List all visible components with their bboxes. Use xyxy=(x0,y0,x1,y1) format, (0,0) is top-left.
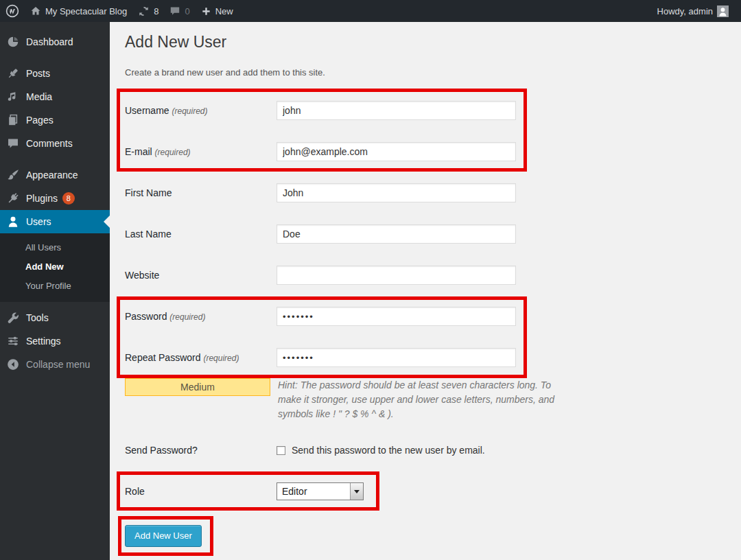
sidebar-item-label: Plugins xyxy=(26,193,58,204)
username-row: Username (required) xyxy=(125,90,741,131)
sidebar-item-media[interactable]: Media xyxy=(0,85,110,108)
site-name-menu[interactable]: My Spectacular Blog xyxy=(25,0,132,22)
sidebar-item-plugins[interactable]: Plugins 8 xyxy=(0,187,110,210)
send-password-row: Send Password? Send this password to the… xyxy=(125,429,741,471)
sidebar-item-label: Tools xyxy=(26,312,49,323)
paintbrush-icon xyxy=(0,169,26,181)
new-label: New xyxy=(215,6,233,16)
wordpress-admin-screen: My Spectacular Blog 8 0 New Howdy, admin xyxy=(0,0,741,560)
first-name-row: First Name xyxy=(125,172,741,213)
website-label: Website xyxy=(125,270,277,281)
first-name-input[interactable] xyxy=(277,183,516,202)
updates-menu[interactable]: 8 xyxy=(132,0,164,22)
sidebar-item-collapse-menu[interactable]: Collapse menu xyxy=(0,353,110,376)
wordpress-logo-menu[interactable] xyxy=(0,0,25,22)
strength-cell: Medium Hint: The password should be at l… xyxy=(125,378,556,421)
add-new-user-button[interactable]: Add New User xyxy=(125,525,202,547)
site-name-label: My Spectacular Blog xyxy=(45,6,127,16)
media-icon xyxy=(0,91,26,103)
submenu-item-add-new[interactable]: Add New xyxy=(0,257,110,277)
required-marker: (required) xyxy=(169,312,205,322)
sidebar-item-tools[interactable]: Tools xyxy=(0,306,110,329)
sidebar-separator xyxy=(0,54,110,62)
admin-sidebar: Dashboard Posts Media Pages Comments xyxy=(0,22,110,560)
password-strength-meter: Medium xyxy=(125,378,270,396)
role-selected-value: Editor xyxy=(277,483,350,500)
comments-icon xyxy=(0,137,26,150)
sidebar-item-appearance[interactable]: Appearance xyxy=(0,163,110,187)
email-label: E-mail (required) xyxy=(125,146,277,157)
password-label: Password (required) xyxy=(125,311,277,322)
my-account-menu[interactable]: Howdy, admin xyxy=(652,0,734,22)
sidebar-item-label: Users xyxy=(26,216,51,227)
plugins-update-badge: 8 xyxy=(62,192,75,205)
howdy-text: Howdy, admin xyxy=(657,6,713,16)
home-icon xyxy=(30,5,41,16)
role-select[interactable]: Editor xyxy=(277,482,364,500)
pushpin-icon xyxy=(0,67,26,80)
plus-icon xyxy=(201,6,211,16)
repeat-password-input[interactable] xyxy=(277,348,516,367)
sidebar-item-dashboard[interactable]: Dashboard xyxy=(0,30,110,54)
role-row: Role Editor xyxy=(125,471,741,511)
wrench-icon xyxy=(0,312,26,324)
page-title: Add New User xyxy=(125,33,741,54)
required-marker: (required) xyxy=(172,106,207,116)
submenu-item-your-profile[interactable]: Your Profile xyxy=(0,277,110,296)
send-password-checkbox[interactable] xyxy=(277,446,285,455)
page-description: Create a brand new user and add them to … xyxy=(125,67,741,78)
active-menu-arrow xyxy=(104,215,110,228)
sidebar-item-users[interactable]: Users xyxy=(0,210,110,233)
main-content: Add New User Create a brand new user and… xyxy=(110,22,741,560)
comment-count: 0 xyxy=(185,6,189,16)
chevron-down-icon xyxy=(354,490,360,493)
add-user-form: Username (required) E-mail (required) Fi… xyxy=(125,90,741,547)
password-row: Password (required) xyxy=(125,296,741,337)
required-marker: (required) xyxy=(155,148,191,157)
sidebar-item-label: Appearance xyxy=(26,170,78,180)
user-icon xyxy=(0,215,26,228)
password-input[interactable] xyxy=(277,307,516,326)
submenu-item-all-users[interactable]: All Users xyxy=(0,238,110,257)
send-password-checkbox-label: Send this password to the new user by em… xyxy=(292,445,485,456)
avatar xyxy=(717,5,729,17)
website-input[interactable] xyxy=(277,266,516,285)
sidebar-item-label: Pages xyxy=(26,115,54,126)
sidebar-item-label: Collapse menu xyxy=(26,359,90,370)
username-input[interactable] xyxy=(277,101,516,120)
comments-menu[interactable]: 0 xyxy=(164,0,195,22)
comment-bubble-icon xyxy=(169,5,180,16)
sidebar-item-settings[interactable]: Settings xyxy=(0,329,110,353)
update-icon xyxy=(138,5,150,17)
email-input[interactable] xyxy=(277,142,516,161)
select-dropdown-button[interactable] xyxy=(350,483,363,500)
send-password-label: Send Password? xyxy=(125,445,277,456)
last-name-row: Last Name xyxy=(125,213,741,255)
required-marker: (required) xyxy=(203,353,239,363)
sidebar-separator xyxy=(0,155,110,163)
collapse-icon xyxy=(0,358,26,371)
username-label: Username (required) xyxy=(125,105,277,116)
sidebar-item-posts[interactable]: Posts xyxy=(0,62,110,85)
password-strength-row: Medium Hint: The password should be at l… xyxy=(125,378,741,429)
pages-icon xyxy=(0,114,26,126)
sidebar-item-label: Settings xyxy=(26,336,61,347)
last-name-input[interactable] xyxy=(277,224,516,244)
dashboard-icon xyxy=(0,36,26,48)
sidebar-item-label: Comments xyxy=(26,138,73,149)
sidebar-item-pages[interactable]: Pages xyxy=(0,108,110,132)
new-content-menu[interactable]: New xyxy=(196,0,239,22)
website-row: Website xyxy=(125,255,741,296)
repeat-password-row: Repeat Password (required) xyxy=(125,337,741,378)
repeat-password-label: Repeat Password (required) xyxy=(125,352,277,363)
update-count: 8 xyxy=(154,6,158,16)
role-label: Role xyxy=(125,486,277,497)
admin-bar: My Spectacular Blog 8 0 New Howdy, admin xyxy=(0,0,741,22)
sidebar-item-label: Dashboard xyxy=(26,36,73,47)
wordpress-logo-icon xyxy=(5,4,19,18)
first-name-label: First Name xyxy=(125,187,277,198)
users-submenu: All Users Add New Your Profile xyxy=(0,233,110,302)
submit-row: Add New User xyxy=(125,525,741,547)
plug-icon xyxy=(0,192,26,205)
sidebar-item-comments[interactable]: Comments xyxy=(0,132,110,155)
